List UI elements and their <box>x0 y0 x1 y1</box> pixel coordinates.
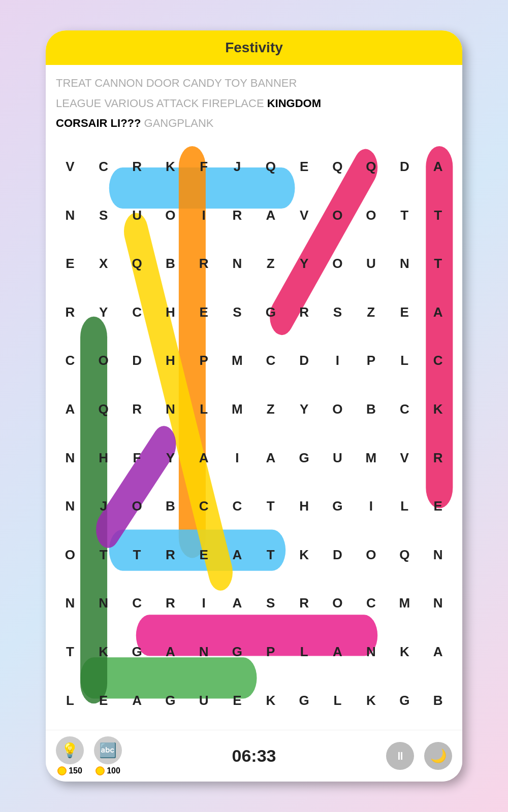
grid-cell[interactable]: U <box>321 433 355 482</box>
grid-cell[interactable]: I <box>187 579 220 628</box>
grid-cell[interactable]: O <box>321 385 355 434</box>
grid-cell[interactable]: R <box>120 385 154 434</box>
grid-cell[interactable]: C <box>421 336 455 385</box>
grid-cell[interactable]: X <box>87 240 120 288</box>
grid-cell[interactable]: P <box>354 336 388 385</box>
grid-cell[interactable]: O <box>321 191 355 240</box>
grid-cell[interactable]: O <box>120 482 154 531</box>
grid-cell[interactable]: F <box>187 143 220 191</box>
grid-cell[interactable]: N <box>53 191 87 240</box>
hint-letter-button[interactable]: 🔤 100 <box>94 736 122 775</box>
grid-cell[interactable]: E <box>220 676 254 725</box>
grid-cell[interactable]: K <box>388 628 421 676</box>
grid-cell[interactable]: O <box>354 191 388 240</box>
night-mode-button[interactable]: 🌙 <box>424 742 452 770</box>
grid-cell[interactable]: E <box>388 288 421 337</box>
grid-cell[interactable]: A <box>153 628 187 676</box>
grid-cell[interactable]: N <box>53 579 87 628</box>
grid-cell[interactable]: G <box>254 288 288 337</box>
grid-cell[interactable]: V <box>53 143 87 191</box>
hint-light-button[interactable]: 💡 150 <box>56 736 84 775</box>
grid-cell[interactable]: M <box>220 336 254 385</box>
grid-cell[interactable]: K <box>421 385 455 434</box>
grid-cell[interactable]: E <box>187 531 220 580</box>
grid-cell[interactable]: N <box>53 433 87 482</box>
grid-cell[interactable]: N <box>388 240 421 288</box>
grid-cell[interactable]: H <box>153 288 187 337</box>
grid-cell[interactable]: A <box>254 191 288 240</box>
grid-cell[interactable]: A <box>254 433 288 482</box>
grid-cell[interactable]: Q <box>120 240 154 288</box>
grid-cell[interactable]: H <box>288 482 321 531</box>
grid-cell[interactable]: G <box>288 676 321 725</box>
grid-cell[interactable]: R <box>153 579 187 628</box>
grid-cell[interactable]: B <box>153 482 187 531</box>
grid-cell[interactable]: G <box>388 676 421 725</box>
grid-cell[interactable]: C <box>388 385 421 434</box>
grid-cell[interactable]: O <box>321 579 355 628</box>
grid-cell[interactable]: S <box>220 288 254 337</box>
grid-cell[interactable]: D <box>288 336 321 385</box>
grid-cell[interactable]: T <box>388 191 421 240</box>
grid-cell[interactable]: K <box>87 628 120 676</box>
grid-cell[interactable]: Q <box>87 385 120 434</box>
grid-cell[interactable]: R <box>220 191 254 240</box>
grid-cell[interactable]: L <box>288 628 321 676</box>
grid-cell[interactable]: G <box>288 433 321 482</box>
grid-cell[interactable]: E <box>53 240 87 288</box>
grid-cell[interactable]: B <box>354 385 388 434</box>
grid-cell[interactable]: O <box>354 531 388 580</box>
grid-cell[interactable]: E <box>288 143 321 191</box>
grid-cell[interactable]: A <box>321 628 355 676</box>
grid-cell[interactable]: C <box>187 482 220 531</box>
grid-cell[interactable]: Y <box>288 240 321 288</box>
grid-cell[interactable]: T <box>120 531 154 580</box>
grid-cell[interactable]: S <box>87 191 120 240</box>
grid-cell[interactable]: N <box>220 240 254 288</box>
grid-cell[interactable]: U <box>187 676 220 725</box>
grid-cell[interactable]: C <box>120 288 154 337</box>
grid-cell[interactable]: N <box>87 579 120 628</box>
grid-cell[interactable]: N <box>421 579 455 628</box>
grid-cell[interactable]: M <box>388 579 421 628</box>
grid-cell[interactable]: J <box>87 482 120 531</box>
grid-cell[interactable]: E <box>421 482 455 531</box>
grid-cell[interactable]: A <box>53 385 87 434</box>
pause-button[interactable]: ⏸ <box>386 742 414 770</box>
grid-cell[interactable]: A <box>421 143 455 191</box>
grid-cell[interactable]: N <box>153 385 187 434</box>
grid-cell[interactable]: I <box>220 433 254 482</box>
grid-cell[interactable]: L <box>388 482 421 531</box>
grid-cell[interactable]: R <box>288 288 321 337</box>
grid-cell[interactable]: R <box>187 240 220 288</box>
grid-cell[interactable]: D <box>321 531 355 580</box>
grid-cell[interactable]: I <box>321 336 355 385</box>
grid-cell[interactable]: T <box>87 531 120 580</box>
grid-cell[interactable]: Q <box>254 143 288 191</box>
grid-cell[interactable]: O <box>321 240 355 288</box>
grid-cell[interactable]: K <box>153 143 187 191</box>
grid-cell[interactable]: U <box>120 191 154 240</box>
grid-cell[interactable]: N <box>421 531 455 580</box>
grid-cell[interactable]: N <box>187 628 220 676</box>
grid-cell[interactable]: K <box>354 676 388 725</box>
grid-cell[interactable]: Y <box>288 385 321 434</box>
grid-cell[interactable]: C <box>254 336 288 385</box>
grid-cell[interactable]: T <box>421 240 455 288</box>
grid-cell[interactable]: T <box>254 531 288 580</box>
grid-cell[interactable]: R <box>153 531 187 580</box>
grid-cell[interactable]: L <box>388 336 421 385</box>
grid-cell[interactable]: H <box>153 336 187 385</box>
grid-cell[interactable]: S <box>254 579 288 628</box>
grid-cell[interactable]: C <box>120 579 154 628</box>
grid-cell[interactable]: B <box>153 240 187 288</box>
grid-cell[interactable]: D <box>388 143 421 191</box>
grid-cell[interactable]: Q <box>321 143 355 191</box>
grid-cell[interactable]: C <box>53 336 87 385</box>
grid-cell[interactable]: B <box>421 676 455 725</box>
grid-cell[interactable]: L <box>53 676 87 725</box>
grid-cell[interactable]: T <box>254 482 288 531</box>
grid-cell[interactable]: M <box>220 385 254 434</box>
grid-cell[interactable]: L <box>321 676 355 725</box>
grid-cell[interactable]: G <box>153 676 187 725</box>
